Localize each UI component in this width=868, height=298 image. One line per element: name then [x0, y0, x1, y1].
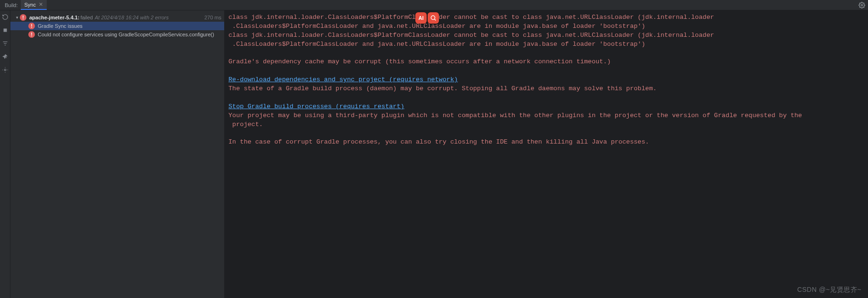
close-icon[interactable]: ✕ — [39, 1, 43, 8]
error-line: .ClassLoaders$PlatformClassLoader and ja… — [228, 41, 645, 48]
pin-icon[interactable] — [1, 53, 9, 60]
build-tree: ▾ ! apache-jmeter-5.4.1: failed At 2024/… — [10, 10, 225, 298]
build-tab-bar: Build: Sync ✕ — [0, 0, 868, 10]
filter-icon[interactable] — [1, 40, 9, 47]
build-duration: 270 ms — [204, 15, 221, 20]
svg-point-0 — [861, 4, 863, 6]
tab-label: Sync — [25, 2, 36, 8]
svg-point-7 — [431, 16, 435, 19]
svg-line-8 — [435, 19, 436, 21]
ai-badge[interactable]: AI — [415, 12, 427, 24]
tab-sync[interactable]: Sync ✕ — [21, 0, 47, 10]
chevron-down-icon[interactable]: ▾ — [14, 15, 20, 20]
error-line: class jdk.internal.loader.ClassLoaders$P… — [228, 14, 714, 21]
stop-gradle-link[interactable]: Stop Gradle build processes (requires re… — [228, 103, 405, 110]
tree-issue-row[interactable]: ! Could not configure services using Gra… — [10, 30, 224, 39]
svg-rect-1 — [3, 29, 7, 32]
error-line: In the case of corrupt Gradle processes,… — [228, 138, 649, 145]
svg-point-6 — [4, 69, 6, 71]
error-icon: ! — [20, 14, 26, 21]
gear-icon[interactable] — [856, 0, 868, 10]
tree-issue-row[interactable]: ! Gradle Sync issues — [10, 22, 224, 30]
tree-root-row[interactable]: ▾ ! apache-jmeter-5.4.1: failed At 2024/… — [10, 13, 224, 22]
project-name: apache-jmeter-5.4.1: — [29, 15, 79, 20]
restart-icon[interactable] — [1, 13, 9, 21]
project-status: failed — [80, 15, 93, 20]
error-line: class jdk.internal.loader.ClassLoaders$P… — [228, 32, 714, 39]
error-line: Your project may be using a third-party … — [228, 112, 802, 128]
left-toolbar — [0, 10, 10, 298]
console-panel: class jdk.internal.loader.ClassLoaders$P… — [225, 10, 868, 298]
issue-label: Gradle Sync issues — [38, 23, 83, 29]
main-area: ▾ ! apache-jmeter-5.4.1: failed At 2024/… — [0, 10, 868, 298]
watermark: CSDN @~见贤思齐~ — [797, 286, 861, 294]
stop-icon[interactable] — [1, 26, 9, 34]
project-timestamp: At 2024/4/18 16:24 with 2 errors — [95, 15, 169, 20]
redownload-link[interactable]: Re-download dependencies and sync projec… — [228, 76, 458, 83]
console-output[interactable]: class jdk.internal.loader.ClassLoaders$P… — [225, 10, 868, 150]
error-icon: ! — [28, 23, 35, 29]
error-icon: ! — [28, 31, 35, 38]
inspect-icon[interactable] — [1, 66, 9, 74]
search-badge[interactable] — [428, 12, 439, 24]
error-line: The state of a Gradle build process (dae… — [228, 85, 657, 92]
build-label: Build: — [2, 0, 21, 10]
overlay-badges: AI — [415, 12, 439, 24]
error-line: Gradle's dependency cache may be corrupt… — [228, 58, 611, 65]
issue-label: Could not configure services using Gradl… — [38, 32, 214, 37]
error-line: .ClassLoaders$PlatformClassLoader and ja… — [228, 23, 645, 30]
